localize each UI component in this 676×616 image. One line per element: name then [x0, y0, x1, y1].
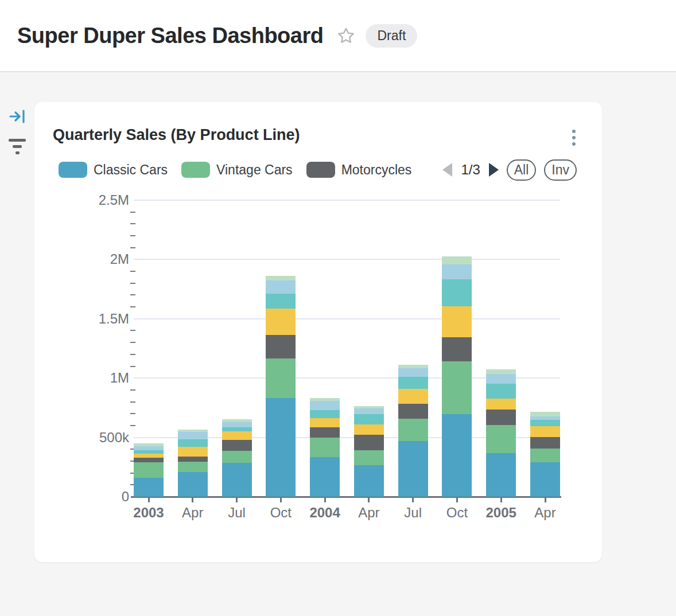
bar-segment[interactable] [266, 398, 296, 497]
y-axis-label: 2.5M [32, 192, 129, 208]
bar-segment[interactable] [354, 465, 384, 497]
bar-segment[interactable] [442, 279, 472, 306]
y-gridline [134, 200, 560, 201]
bar-segment[interactable] [178, 457, 208, 462]
legend-prev-icon[interactable] [442, 163, 452, 177]
bar-segment[interactable] [222, 431, 252, 440]
bar-segment[interactable] [486, 453, 516, 497]
bar-segment[interactable] [354, 406, 384, 408]
bar-segment[interactable] [486, 374, 516, 384]
bar-segment[interactable] [178, 430, 208, 432]
bar-segment[interactable] [442, 256, 472, 264]
chart-title: Quarterly Sales (By Product Line) [53, 126, 300, 144]
legend-swatch [181, 162, 210, 178]
bar-segment[interactable] [530, 462, 560, 497]
bar-segment[interactable] [134, 446, 164, 450]
bar-segment[interactable] [354, 435, 384, 450]
y-minor-tick [130, 342, 135, 343]
card-menu-kebab-icon[interactable] [570, 127, 578, 148]
bar-segment[interactable] [310, 398, 340, 401]
bar-segment[interactable] [486, 384, 516, 399]
y-gridline [134, 318, 560, 319]
favorite-star-icon[interactable] [337, 26, 355, 45]
bar-segment[interactable] [530, 412, 560, 416]
bar-segment[interactable] [442, 414, 472, 497]
y-axis-label: 1.5M [32, 311, 129, 327]
filter-icon[interactable] [8, 139, 26, 154]
bar-segment[interactable] [442, 264, 472, 280]
y-axis-label: 0 [32, 489, 129, 505]
y-axis-label: 1M [32, 370, 129, 386]
bar-segment[interactable] [354, 424, 384, 435]
bar-segment[interactable] [266, 335, 296, 358]
bar-segment[interactable] [486, 399, 516, 410]
y-minor-tick [130, 413, 135, 414]
bar-segment[interactable] [530, 449, 560, 462]
bar-segment[interactable] [530, 426, 560, 437]
legend-next-icon[interactable] [489, 163, 499, 177]
bar-segment[interactable] [310, 427, 340, 438]
bar-segment[interactable] [178, 432, 208, 439]
bar-segment[interactable] [310, 438, 340, 457]
bar-segment[interactable] [398, 389, 428, 404]
legend-item[interactable]: Vintage Cars [181, 162, 293, 178]
bar-segment[interactable] [442, 306, 472, 337]
bar-segment[interactable] [486, 410, 516, 425]
bar-segment[interactable] [530, 416, 560, 420]
bar-segment[interactable] [442, 361, 472, 414]
bar-segment[interactable] [530, 420, 560, 426]
bar-segment[interactable] [486, 425, 516, 453]
bar-segment[interactable] [442, 337, 472, 362]
bar-segment[interactable] [222, 427, 252, 431]
bar-segment[interactable] [134, 478, 164, 497]
bar-segment[interactable] [398, 404, 428, 419]
legend-all-button[interactable]: All [507, 159, 537, 181]
bar-segment[interactable] [134, 462, 164, 477]
bar-segment[interactable] [178, 462, 208, 472]
x-axis-tick [280, 497, 282, 502]
bar-segment[interactable] [266, 309, 296, 335]
legend-item[interactable]: Classic Cars [59, 162, 168, 178]
bar-segment[interactable] [354, 450, 384, 465]
chart-card: Quarterly Sales (By Product Line) Classi… [34, 102, 602, 562]
bar-segment[interactable] [266, 280, 296, 294]
bar-segment[interactable] [310, 410, 340, 418]
bar-segment[interactable] [310, 418, 340, 427]
bar-segment[interactable] [178, 439, 208, 447]
bar-segment[interactable] [354, 408, 384, 414]
bar-segment[interactable] [222, 451, 252, 463]
bar-segment[interactable] [486, 369, 516, 374]
bar-segment[interactable] [222, 422, 252, 427]
legend-item[interactable]: Motorcycles [306, 162, 412, 178]
bar-segment[interactable] [178, 447, 208, 457]
bar-segment[interactable] [310, 457, 340, 497]
bar-segment[interactable] [310, 401, 340, 410]
bar-segment[interactable] [530, 437, 560, 449]
bar-segment[interactable] [222, 463, 252, 497]
bar-segment[interactable] [222, 419, 252, 422]
bar-segment[interactable] [266, 276, 296, 280]
bar-segment[interactable] [222, 440, 252, 451]
legend-inv-button[interactable]: Inv [544, 159, 577, 181]
x-axis-tick [412, 497, 414, 502]
bar-segment[interactable] [398, 419, 428, 441]
bar-segment[interactable] [266, 358, 296, 398]
bar-segment[interactable] [398, 441, 428, 497]
legend-label: Vintage Cars [216, 162, 293, 178]
bar-segment[interactable] [178, 472, 208, 497]
y-axis-label: 2M [32, 251, 129, 267]
collapse-panel-icon[interactable] [9, 108, 26, 127]
bar-segment[interactable] [266, 294, 296, 309]
bar-segment[interactable] [134, 450, 164, 454]
bar-segment[interactable] [398, 377, 428, 389]
bar-segment[interactable] [134, 443, 164, 446]
x-axis-tick [324, 497, 326, 502]
y-minor-tick [130, 330, 135, 331]
bar-segment[interactable] [354, 414, 384, 424]
chart-legend: Classic CarsVintage CarsMotorcycles [59, 162, 425, 178]
y-minor-tick [130, 283, 135, 284]
bar-segment[interactable] [398, 365, 428, 368]
bar-segment[interactable] [134, 454, 164, 458]
bar-segment[interactable] [398, 368, 428, 377]
bar-segment[interactable] [134, 458, 164, 462]
